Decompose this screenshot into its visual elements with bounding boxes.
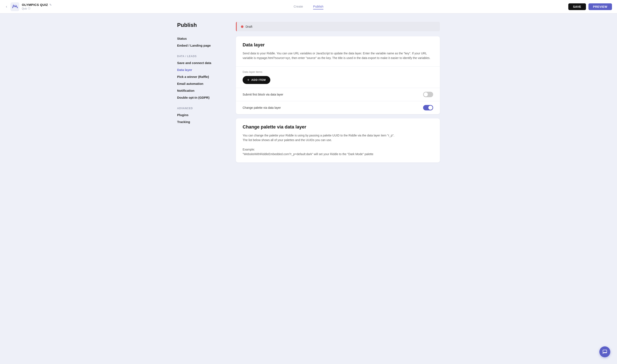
topnav-right: SAVE PREVIEW <box>410 3 612 10</box>
sidebar-item-notification[interactable]: Notification <box>177 87 229 94</box>
change-palette-card-body: Change palette via data layer You can ch… <box>236 118 440 162</box>
change-palette-card-title: Change palette via data layer <box>243 124 433 130</box>
chat-button[interactable] <box>599 346 610 357</box>
draft-status-dot <box>241 26 244 28</box>
sidebar-section-data-leads: Data / Leads <box>177 54 229 59</box>
main-layout: Publish Status Embed / Landing page Data… <box>172 13 445 179</box>
add-item-label: ADD ITEM <box>251 78 266 81</box>
sidebar-item-data-layer[interactable]: Data layer <box>177 66 229 73</box>
status-bar: Draft <box>236 22 440 31</box>
sidebar-item-raffle[interactable]: Pick a winner (Raffle) <box>177 73 229 80</box>
sidebar-item-status[interactable]: Status <box>177 35 229 42</box>
data-layer-items-section: Data layer items + ADD ITEM <box>236 66 440 88</box>
topnav-center: Create Publish <box>207 4 410 10</box>
quiz-title: OLYMPICS QUIZ <box>22 3 48 7</box>
toggle-row-change-palette: Change palette via data layer <box>236 101 440 114</box>
logo-icon <box>11 2 19 11</box>
draft-status-label: Draft <box>245 25 253 28</box>
submit-first-block-label: Submit first block via data layer <box>243 93 283 96</box>
change-palette-card-desc-1: You can change the palette your Riddle i… <box>243 133 433 156</box>
chat-icon <box>602 349 607 354</box>
change-palette-card: Change palette via data layer You can ch… <box>236 118 440 162</box>
submit-first-block-toggle[interactable] <box>423 92 433 97</box>
tab-create[interactable]: Create <box>294 4 303 10</box>
main-content: Draft Data layer Send data to your Riddl… <box>236 22 440 167</box>
sidebar-section-advanced: Advanced <box>177 106 229 111</box>
data-layer-items-label: Data layer items <box>243 70 433 74</box>
sidebar-item-tracking[interactable]: Tracking <box>177 118 229 125</box>
sidebar-item-email-automation[interactable]: Email automation <box>177 80 229 87</box>
add-item-button[interactable]: + ADD ITEM <box>243 76 270 84</box>
toggle-row-submit-first-block: Submit first block via data layer <box>236 88 440 101</box>
change-palette-slider <box>423 105 433 110</box>
topnav-left: ‹ OLYMPICS QUIZ ✎ Quiz ⓘ <box>5 2 207 11</box>
edit-icon[interactable]: ✎ <box>49 3 52 7</box>
tab-publish[interactable]: Publish <box>313 4 323 10</box>
quiz-type-label: Quiz <box>22 7 27 10</box>
sidebar-item-plugins[interactable]: Plugins <box>177 111 229 118</box>
top-navigation: ‹ OLYMPICS QUIZ ✎ Quiz ⓘ Create Publish … <box>0 0 617 13</box>
data-layer-card-body: Data layer Send data to your Riddle. You… <box>236 36 440 66</box>
data-layer-card: Data layer Send data to your Riddle. You… <box>236 36 440 114</box>
data-layer-card-desc: Send data to your Riddle. You can use UR… <box>243 51 433 60</box>
save-button[interactable]: SAVE <box>568 3 586 10</box>
info-icon[interactable]: ⓘ <box>28 7 30 10</box>
quiz-title-row: OLYMPICS QUIZ ✎ <box>22 3 52 7</box>
change-palette-toggle[interactable] <box>423 105 433 110</box>
submit-first-block-slider <box>423 92 433 97</box>
add-item-plus-icon: + <box>247 78 250 82</box>
quiz-subtitle-row: Quiz ⓘ <box>22 7 52 10</box>
sidebar-item-save-connect[interactable]: Save and connect data <box>177 59 229 66</box>
quiz-title-block: OLYMPICS QUIZ ✎ Quiz ⓘ <box>22 3 52 10</box>
sidebar-item-embed[interactable]: Embed / Landing page <box>177 42 229 49</box>
sidebar-title: Publish <box>177 22 229 28</box>
back-arrow-icon[interactable]: ‹ <box>5 4 8 10</box>
data-layer-card-title: Data layer <box>243 42 433 48</box>
preview-button[interactable]: PREVIEW <box>589 3 612 10</box>
sidebar-item-double-opt-in[interactable]: Double opt-in (GDPR) <box>177 94 229 101</box>
sidebar: Publish Status Embed / Landing page Data… <box>177 22 236 167</box>
change-palette-label: Change palette via data layer <box>243 106 281 109</box>
